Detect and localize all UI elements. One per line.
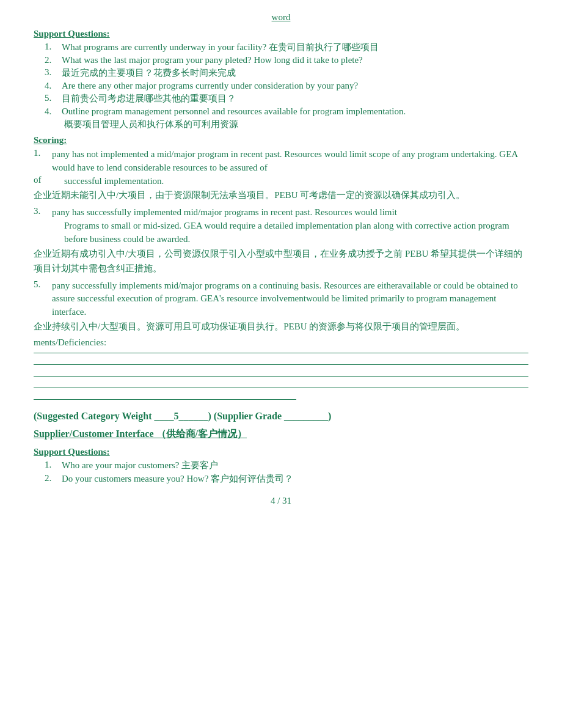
score-num-5: 5.: [34, 279, 52, 290]
divider-3: [34, 376, 528, 377]
supplier-interface-title: Supplier/Customer Interface （供给商/客户情况）: [34, 428, 528, 441]
score-num-1: 1.: [34, 148, 52, 158]
scoring-chinese-1: 企业近期未能引入中/大项目，由于资源限制无法承当项目。PEBU 可考虑借一定的资…: [34, 188, 528, 202]
scoring-item-3: 3. pany has successfully implemented mid…: [34, 206, 528, 275]
divider-2: [34, 364, 528, 365]
list-item-4: 4. Are there any other major programs cu…: [45, 81, 528, 91]
support-questions-list-1: 1. What programs are currently underway …: [45, 42, 528, 117]
score-line-5: 5. pany successfully implements mid/majo…: [34, 279, 528, 319]
support-questions-list-2: 1. Who are your major customers? 主要客户 2.…: [45, 460, 528, 485]
support-questions-section-2: Support Questions: 1. Who are your major…: [34, 447, 528, 485]
divider-lines: [34, 353, 528, 400]
item-num-3: 3.: [45, 67, 62, 79]
scoring-section: Scoring: 1. pany has not implemented a m…: [34, 135, 528, 400]
list-item-6: 4. Outline program management personnel …: [45, 106, 528, 117]
support-questions-title-2: Support Questions:: [34, 447, 528, 457]
item-text-1: What programs are currently underway in …: [62, 42, 528, 53]
page-number: 4 / 31: [34, 496, 528, 506]
score-num-3: 3.: [34, 206, 52, 216]
item-num-sq2-1: 1.: [45, 460, 62, 471]
divider-4: [34, 388, 528, 388]
item-num-4: 4.: [45, 81, 62, 91]
support-questions-section-1: Support Questions: 1. What programs are …: [34, 29, 528, 130]
list-item-3: 3. 最近完成的主要项目？花费多长时间来完成: [45, 67, 528, 79]
indent-text-1: 概要项目管理人员和执行体系的可利用资源: [64, 119, 528, 130]
score-indent-1: successful implementation.: [64, 175, 164, 188]
scoring-title: Scoring:: [34, 135, 528, 145]
list-item-sq2-2: 2. Do your customers measure you? How? 客…: [45, 473, 528, 485]
item-text-2: What was the last major program your pan…: [62, 55, 528, 65]
top-link-container: word: [34, 12, 528, 23]
list-item-1: 1. What programs are currently underway …: [45, 42, 528, 53]
list-item-5: 5. 目前贵公司考虑进展哪些其他的重要项目？: [45, 93, 528, 105]
item-text-sq2-2: Do your customers measure you? How? 客户如何…: [62, 473, 528, 485]
score-text-5: pany successfully implements mid/major p…: [52, 279, 528, 319]
item-num-1: 1.: [45, 42, 62, 53]
score-line-3: 3. pany has successfully implemented mid…: [34, 206, 528, 219]
item-num-6: 4.: [45, 106, 62, 117]
score-line-1: 1. pany has not implemented a mid/major …: [34, 148, 528, 175]
divider-5-short: [34, 399, 296, 400]
item-text-sq2-1: Who are your major customers? 主要客户: [62, 460, 528, 471]
scoring-chinese-5: 企业持续引入中/大型项目。资源可用且可成功保证项目执行。PEBU 的资源参与将仅…: [34, 319, 528, 334]
scoring-item-5: 5. pany successfully implements mid/majo…: [34, 279, 528, 334]
item-num-2: 2.: [45, 55, 62, 65]
list-item-2: 2. What was the last major program your …: [45, 55, 528, 65]
item-text-6: Outline program management personnel and…: [62, 106, 528, 117]
score-indent-3: Programs to small or mid-sized. GEA woul…: [64, 219, 528, 246]
item-num-sq2-2: 2.: [45, 473, 62, 485]
scoring-item-1: 1. pany has not implemented a mid/major …: [34, 148, 528, 202]
support-questions-title-1: Support Questions:: [34, 29, 528, 39]
item-text-3: 最近完成的主要项目？花费多长时间来完成: [62, 67, 528, 79]
score-text-3: pany has successfully implemented mid/ma…: [52, 206, 528, 219]
scoring-chinese-3: 企业近期有成功引入中/大项目，公司资源仅限于引入小型或中型项目，在业务成功授予之…: [34, 246, 528, 276]
word-link[interactable]: word: [272, 12, 291, 22]
item-text-5: 目前贵公司考虑进展哪些其他的重要项目？: [62, 93, 528, 105]
item-num-5: 5.: [45, 93, 62, 105]
divider-1: [34, 353, 528, 353]
score-text-1: pany has not implemented a mid/major pro…: [52, 148, 528, 175]
item-text-4: Are there any other major programs curre…: [62, 81, 528, 91]
suggested-weight: (Suggested Category Weight ____5______) …: [34, 411, 528, 422]
list-item-sq2-1: 1. Who are your major customers? 主要客户: [45, 460, 528, 471]
ments-line: ments/Deficiencies:: [34, 337, 528, 348]
